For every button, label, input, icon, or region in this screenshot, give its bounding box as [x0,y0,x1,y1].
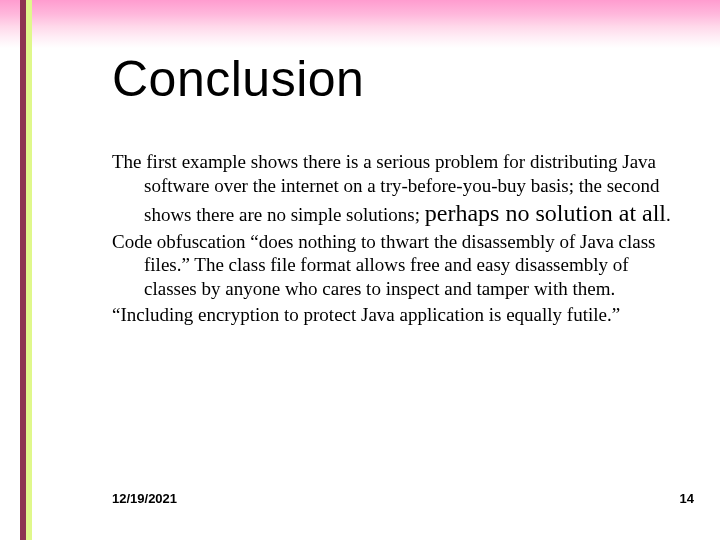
paragraph-1-text-c: . [666,204,671,225]
footer-date: 12/19/2021 [112,491,177,506]
paragraph-1-emphasis: perhaps no solution at all [425,200,666,226]
paragraph-2: Code obfuscation “does nothing to thwart… [112,230,672,301]
paragraph-3: “Including encryption to protect Java ap… [112,303,672,327]
left-bar-light [26,0,32,540]
top-gradient-decoration [0,0,720,48]
slide-title: Conclusion [112,50,364,108]
slide-body: The first example shows there is a serio… [112,150,672,329]
paragraph-1: The first example shows there is a serio… [112,150,672,228]
footer-page-number: 14 [680,491,694,506]
